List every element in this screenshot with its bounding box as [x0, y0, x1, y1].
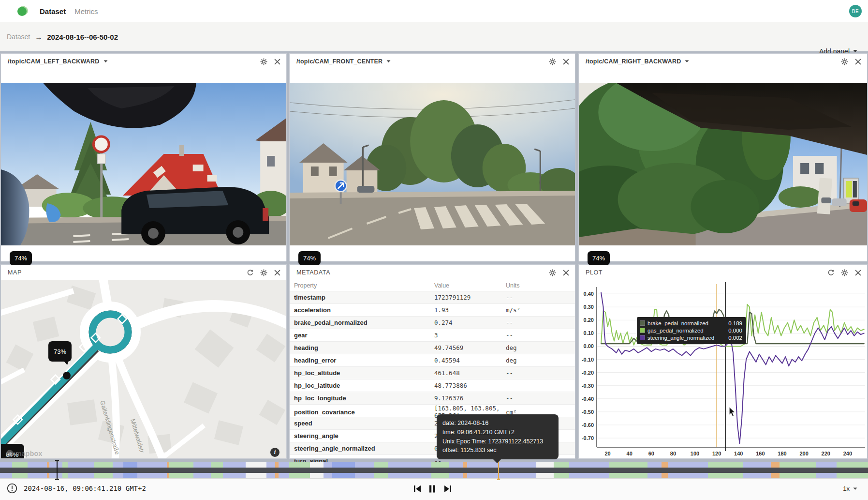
timeline-segment[interactable]: [554, 462, 569, 468]
gear-icon[interactable]: [548, 58, 557, 66]
timeline-segment[interactable]: [324, 473, 332, 478]
topic-selector[interactable]: /topic/CAM_RIGHT_BACKWARD: [586, 58, 681, 65]
close-icon[interactable]: [562, 269, 570, 277]
timeline-segment[interactable]: [780, 473, 816, 478]
timeline-playhead[interactable]: [498, 461, 499, 478]
timeline-segment[interactable]: [279, 462, 289, 468]
gear-icon[interactable]: [260, 269, 268, 277]
timeline-segment[interactable]: [28, 462, 46, 468]
timeline-scrubber[interactable]: [0, 462, 868, 478]
timeline-segment[interactable]: [463, 473, 467, 478]
timeline-segment[interactable]: [279, 473, 289, 478]
timeline-segment[interactable]: [355, 462, 374, 468]
plot-canvas[interactable]: 0.400.300.200.100.00-0.10-0.20-0.30-0.40…: [579, 280, 867, 458]
timeline-segment[interactable]: [137, 473, 167, 478]
timeline-segment[interactable]: [780, 462, 816, 468]
close-icon[interactable]: [854, 269, 862, 277]
timeline-segment[interactable]: [113, 462, 123, 468]
timeline-segment[interactable]: [123, 473, 137, 478]
timeline-segment[interactable]: [668, 462, 708, 468]
timeline-segment[interactable]: [246, 462, 266, 468]
timeline-segment[interactable]: [246, 473, 266, 478]
timeline-segment[interactable]: [374, 462, 388, 468]
timeline-segment[interactable]: [569, 462, 609, 468]
timeline-segment[interactable]: [332, 473, 355, 478]
timeline-segment[interactable]: [266, 462, 275, 468]
tab-metrics[interactable]: Metrics: [74, 7, 98, 15]
timeline-segment[interactable]: [662, 462, 668, 468]
timeline-segment[interactable]: [49, 473, 62, 478]
gear-icon[interactable]: [840, 58, 849, 66]
timeline-segment[interactable]: [310, 473, 324, 478]
timeline-segment[interactable]: [12, 473, 28, 478]
timeline-segment[interactable]: [449, 462, 463, 468]
timeline-segment[interactable]: [68, 462, 94, 468]
timeline-segment[interactable]: [743, 462, 770, 468]
map-canvas[interactable]: Gallenklingenstraße Mittelwaldstr 73% 64…: [1, 280, 286, 458]
timeline-segment[interactable]: [816, 462, 837, 468]
close-icon[interactable]: [273, 269, 281, 277]
timeline-segment[interactable]: [463, 462, 467, 468]
app-logo-icon[interactable]: [17, 6, 28, 16]
timeline-segment[interactable]: [647, 462, 662, 468]
timeline-segment[interactable]: [289, 473, 310, 478]
gear-icon[interactable]: [840, 269, 849, 277]
timeline-segment[interactable]: [355, 473, 374, 478]
tab-dataset[interactable]: Dataset: [40, 7, 66, 15]
timeline-segment[interactable]: [12, 462, 28, 468]
timeline-segment[interactable]: [668, 473, 708, 478]
avatar[interactable]: BE: [849, 5, 862, 17]
timeline-segment[interactable]: [647, 473, 662, 478]
timeline-segment[interactable]: [662, 473, 668, 478]
breadcrumb-root[interactable]: Dataset: [7, 33, 30, 41]
timeline-segment[interactable]: [49, 462, 62, 468]
close-icon[interactable]: [854, 58, 862, 66]
timeline-segment[interactable]: [431, 462, 449, 468]
timeline-segment[interactable]: [28, 473, 46, 478]
timeline-segment[interactable]: [266, 473, 275, 478]
timeline-segment[interactable]: [62, 473, 68, 478]
timeline-segment[interactable]: [332, 462, 355, 468]
timeline-segment[interactable]: [123, 462, 137, 468]
timeline-selection-cursor[interactable]: [57, 460, 58, 480]
timeline-segment[interactable]: [0, 473, 12, 478]
refresh-icon[interactable]: [246, 269, 254, 277]
timeline-segment[interactable]: [113, 473, 123, 478]
timeline-segment[interactable]: [275, 462, 279, 468]
timeline-segment[interactable]: [467, 473, 537, 478]
timeline-segment[interactable]: [310, 462, 324, 468]
skip-forward-button[interactable]: [442, 484, 453, 494]
timeline-segment[interactable]: [771, 473, 780, 478]
timeline-segment[interactable]: [289, 462, 310, 468]
timeline-segment[interactable]: [609, 462, 647, 468]
timeline-segment[interactable]: [324, 462, 332, 468]
timeline-segment[interactable]: [223, 473, 246, 478]
refresh-icon[interactable]: [827, 269, 835, 277]
pause-button[interactable]: [427, 484, 438, 494]
timeline-segment[interactable]: [68, 473, 94, 478]
timeline-segment[interactable]: [94, 462, 113, 468]
timeline-segment[interactable]: [771, 462, 780, 468]
timeline-segment[interactable]: [275, 473, 279, 478]
timeline-segment[interactable]: [388, 473, 431, 478]
timeline-segment[interactable]: [137, 462, 167, 468]
timeline-segment[interactable]: [94, 473, 113, 478]
timeline-segment[interactable]: [743, 473, 770, 478]
timeline-segment[interactable]: [467, 462, 537, 468]
close-icon[interactable]: [562, 58, 570, 66]
topic-selector[interactable]: /topic/CAM_LEFT_BACKWARD: [8, 58, 100, 65]
timeline-segment[interactable]: [569, 473, 609, 478]
timeline-segment[interactable]: [708, 462, 743, 468]
close-icon[interactable]: [273, 58, 281, 66]
timeline-segment[interactable]: [62, 462, 68, 468]
playback-rate-selector[interactable]: 1x: [843, 485, 857, 492]
timeline-segment[interactable]: [388, 462, 431, 468]
map-info-icon[interactable]: i: [270, 448, 280, 457]
timeline-segment[interactable]: [449, 473, 463, 478]
timeline-segment[interactable]: [816, 473, 837, 478]
gear-icon[interactable]: [548, 269, 557, 277]
timeline-segment[interactable]: [211, 473, 223, 478]
mapbox-attribution[interactable]: mapbox: [6, 450, 42, 457]
timeline-segment[interactable]: [708, 473, 743, 478]
timeline-segment[interactable]: [536, 462, 554, 468]
